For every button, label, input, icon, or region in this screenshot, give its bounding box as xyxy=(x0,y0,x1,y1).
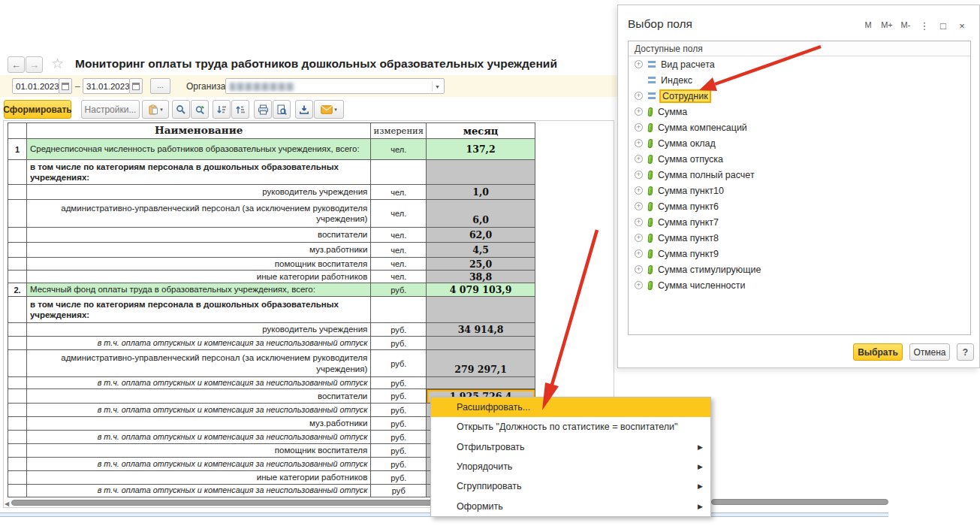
expand-icon[interactable]: + xyxy=(635,107,643,116)
menu-item-highlighted[interactable]: Расшифровать... xyxy=(431,398,710,417)
tree-item-field[interactable]: +Сумма пункт9 xyxy=(629,246,970,261)
help-button[interactable]: ? xyxy=(957,343,974,361)
row-num-cell[interactable] xyxy=(8,404,27,417)
save-file-button[interactable] xyxy=(295,100,313,119)
row-unit-cell[interactable]: чел. xyxy=(371,139,427,160)
row-num-cell[interactable] xyxy=(8,485,27,497)
row-name-cell[interactable]: муз.работники xyxy=(27,417,371,431)
row-value-cell[interactable]: 4 079 103,9 xyxy=(427,283,535,297)
expand-groups-button[interactable] xyxy=(231,100,249,119)
period-more-button[interactable]: ... xyxy=(150,78,170,94)
row-num-cell[interactable] xyxy=(8,271,27,283)
row-name-cell[interactable]: в т.ч. оплата отпускных и компенсация за… xyxy=(27,485,371,497)
settings-button[interactable]: Настройки... xyxy=(81,100,140,119)
select-button[interactable]: Выбрать xyxy=(853,343,903,361)
maximize-icon[interactable]: □ xyxy=(936,20,950,32)
tree-item-field[interactable]: +Сумма полный расчет xyxy=(629,167,970,183)
row-num-cell[interactable]: 2. xyxy=(8,283,27,297)
row-unit-cell[interactable]: чел. xyxy=(371,243,427,258)
row-unit-cell[interactable]: руб xyxy=(371,485,427,497)
row-name-cell[interactable]: руководитель учреждения xyxy=(27,185,371,200)
row-value-cell[interactable] xyxy=(427,160,535,185)
close-icon[interactable]: × xyxy=(955,20,969,32)
zoom-out-button[interactable]: M- xyxy=(899,20,912,32)
row-name-cell[interactable]: руководитель учреждения xyxy=(27,323,371,337)
row-num-cell[interactable] xyxy=(8,258,27,271)
tree-item-field[interactable]: +Сумма пункт6 xyxy=(629,198,970,214)
row-num-cell[interactable] xyxy=(8,389,27,404)
expand-icon[interactable]: + xyxy=(635,249,643,258)
row-unit-cell[interactable]: руб. xyxy=(371,417,427,431)
row-unit-cell[interactable]: чел. xyxy=(371,228,427,243)
tree-item-field[interactable]: +Сумма оклад xyxy=(629,135,970,151)
tree-item-field[interactable]: +Вид расчета xyxy=(629,56,970,72)
expand-icon[interactable]: + xyxy=(635,234,643,242)
row-num-cell[interactable] xyxy=(8,350,27,377)
row-num-cell[interactable] xyxy=(8,323,27,337)
row-unit-cell[interactable]: руб. xyxy=(371,377,427,389)
row-unit-cell[interactable]: руб. xyxy=(371,471,427,485)
row-num-cell[interactable] xyxy=(8,377,27,389)
row-unit-cell[interactable]: чел. xyxy=(371,185,427,200)
row-unit-cell[interactable]: руб. xyxy=(371,337,427,350)
tree-item-field[interactable]: +Сумма численности xyxy=(629,277,970,293)
tree-item-field[interactable]: +Сумма компенсаций xyxy=(629,119,970,135)
row-value-cell[interactable]: 62,0 xyxy=(427,228,535,243)
row-unit-cell[interactable] xyxy=(371,160,427,185)
report-variants-button[interactable]: ▾ xyxy=(142,100,169,119)
row-name-cell[interactable]: иные категории работников xyxy=(27,271,371,283)
row-num-cell[interactable] xyxy=(8,444,27,458)
date-to-input[interactable]: 31.01.2023 xyxy=(83,78,130,94)
row-num-cell[interactable] xyxy=(8,243,27,258)
row-num-cell[interactable] xyxy=(8,160,27,185)
row-unit-cell[interactable]: чел. xyxy=(371,271,427,283)
tree-item-field[interactable]: +Сумма пункт7 xyxy=(629,214,970,230)
row-unit-cell[interactable]: руб. xyxy=(371,283,427,297)
tree-item-field[interactable]: +Сумма пункт8 xyxy=(629,230,970,246)
expand-icon[interactable]: + xyxy=(635,139,643,147)
expand-icon[interactable]: + xyxy=(635,218,643,226)
tree-item-field[interactable]: +Сумма пункт10 xyxy=(629,183,970,198)
horizontal-scrollbar-thumb-right[interactable] xyxy=(711,499,888,505)
menu-item[interactable]: Сгруппировать▶ xyxy=(431,476,710,496)
row-num-cell[interactable] xyxy=(8,471,27,485)
row-unit-cell[interactable]: чел. xyxy=(371,200,427,228)
row-num-cell[interactable] xyxy=(8,297,27,323)
row-unit-cell[interactable]: руб. xyxy=(371,389,427,404)
row-name-cell[interactable]: в т.ч. оплата отпускных и компенсация за… xyxy=(27,337,371,350)
row-value-cell[interactable] xyxy=(427,377,535,389)
chevron-down-icon[interactable]: ▾ xyxy=(432,81,442,92)
row-num-cell[interactable] xyxy=(8,458,27,471)
expand-icon[interactable]: + xyxy=(635,60,643,68)
expand-icon[interactable]: + xyxy=(635,123,643,132)
kebab-menu-icon[interactable]: ⋮ xyxy=(918,20,931,32)
search-button[interactable] xyxy=(172,100,190,119)
row-name-cell[interactable]: муз.работники xyxy=(27,243,371,258)
row-name-cell[interactable]: помощник воспитателя xyxy=(27,258,371,271)
row-name-cell[interactable]: иные категории работников xyxy=(27,471,371,485)
row-name-cell[interactable]: воспитатели xyxy=(27,228,371,243)
back-button[interactable]: ← xyxy=(8,56,25,73)
tree-item-field[interactable]: +Индекс xyxy=(629,72,970,88)
row-value-cell[interactable]: 1,0 xyxy=(427,185,535,200)
menu-item[interactable]: Открыть "Должность по статистике = воспи… xyxy=(431,417,710,437)
row-name-cell[interactable]: в т.ч. оплата отпускных и компенсация за… xyxy=(27,431,371,444)
row-num-cell[interactable]: 1 xyxy=(8,139,27,160)
expand-icon[interactable]: + xyxy=(635,186,643,195)
expand-icon[interactable]: + xyxy=(635,155,643,163)
row-name-cell[interactable]: Среднесписочная численность работников о… xyxy=(27,139,371,160)
row-value-cell[interactable] xyxy=(427,337,535,350)
menu-item[interactable]: Оформить▶ xyxy=(431,497,710,516)
horizontal-scrollbar-thumb[interactable] xyxy=(11,500,471,506)
tree-item-field[interactable]: +Сумма xyxy=(629,104,970,119)
zoom-normal-button[interactable]: M xyxy=(861,20,875,32)
row-value-cell[interactable]: 137,2 xyxy=(427,139,535,160)
favorite-star-icon[interactable]: ☆ xyxy=(51,55,64,72)
row-name-cell[interactable]: помощник воспитателя xyxy=(27,444,371,458)
row-name-cell[interactable]: Месячный фонд оплаты труда в образовател… xyxy=(27,283,371,297)
expand-icon[interactable]: + xyxy=(635,281,643,289)
row-value-cell[interactable]: 38,8 xyxy=(427,271,535,283)
row-num-cell[interactable] xyxy=(8,228,27,243)
cancel-button[interactable]: Отмена xyxy=(909,343,950,361)
print-preview-button[interactable] xyxy=(273,100,291,119)
